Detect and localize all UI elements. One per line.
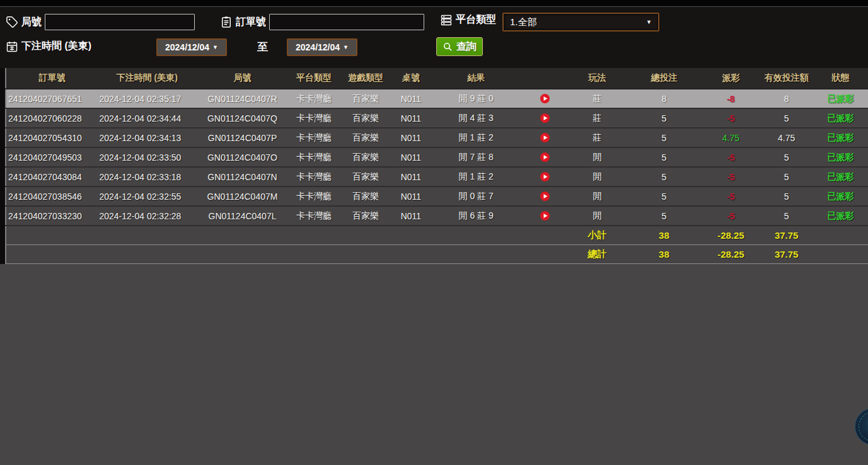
play-video-button[interactable] xyxy=(539,112,551,124)
cell-table-no: N011 xyxy=(392,147,430,167)
play-icon xyxy=(539,210,551,222)
platform-filter-group: 平台類型 xyxy=(439,13,496,26)
table-row[interactable]: 2412040270495032024-12-04 02:33:50GN0112… xyxy=(6,147,868,167)
col-header-round-no: 局號 xyxy=(196,68,288,89)
total-payout: -28.25 xyxy=(702,245,760,264)
chevron-down-icon: ▼ xyxy=(646,19,652,25)
table-row[interactable]: 2412040270430842024-12-04 02:33:18GN0112… xyxy=(6,167,868,187)
table-row[interactable]: 2412040270385462024-12-04 02:32:55GN0112… xyxy=(6,187,868,206)
play-video-button[interactable] xyxy=(539,132,551,144)
subtotal-total-bet: 38 xyxy=(627,226,702,245)
cell-video xyxy=(522,206,568,226)
table-row[interactable]: 2412040270676512024-12-04 02:35:17GN0112… xyxy=(6,89,868,108)
cell-order-no: 241204027067651 xyxy=(6,89,98,108)
clipboard-icon xyxy=(219,16,233,29)
date-to-picker[interactable]: 2024/12/04 ▼ xyxy=(287,38,357,56)
cell-result: 閒 9 莊 0 xyxy=(430,89,522,108)
col-header-total-bet: 總投注 xyxy=(627,68,702,89)
play-icon xyxy=(539,190,551,202)
cell-play: 閒 xyxy=(568,206,627,226)
cell-round-no: GN01124C0407P xyxy=(196,128,288,147)
table-row[interactable]: 2412040270543102024-12-04 02:34:13GN0112… xyxy=(6,128,868,147)
cell-game-type: 百家樂 xyxy=(339,108,391,128)
cell-table-no: N011 xyxy=(392,167,430,187)
cell-valid-bet: 4.75 xyxy=(760,128,813,147)
round-input[interactable] xyxy=(45,14,195,30)
server-icon xyxy=(439,13,453,26)
cell-payout: -5 xyxy=(702,147,760,167)
cell-round-no: GN01124C0407O xyxy=(196,147,288,167)
play-video-button[interactable] xyxy=(539,151,551,163)
search-button[interactable]: 查詢 xyxy=(436,37,483,56)
col-header-valid-bet: 有效投注額 xyxy=(760,68,813,89)
cell-result: 閒 4 莊 3 xyxy=(430,108,522,128)
orders-table-area: 訂單號 下注時間 (美東) 局號 平台類型 遊戲類型 桌號 結果 玩法 總投注 … xyxy=(0,68,868,465)
table-row[interactable]: 2412040270332302024-12-04 02:32:28GN0112… xyxy=(6,206,868,226)
cell-payout: -5 xyxy=(702,167,760,187)
date-from-value: 2024/12/04 xyxy=(165,42,209,52)
filter-panel: 局號 訂單號 平台類型 xyxy=(0,7,868,68)
bet-time-label: 下注時間 (美東) xyxy=(21,40,91,53)
cell-round-no: GN01124C0407M xyxy=(196,187,288,206)
cell-payout: -5 xyxy=(702,187,760,206)
cell-status: 已派彩 xyxy=(813,147,868,167)
cell-play: 閒 xyxy=(568,187,627,206)
cell-platform: 卡卡灣廳 xyxy=(289,147,340,167)
col-header-video xyxy=(522,68,568,89)
cell-table-no: N011 xyxy=(392,187,430,206)
table-header-row: 訂單號 下注時間 (美東) 局號 平台類型 遊戲類型 桌號 結果 玩法 總投注 … xyxy=(6,68,868,89)
cell-order-no: 241204027054310 xyxy=(6,128,98,147)
cell-game-type: 百家樂 xyxy=(339,147,391,167)
play-video-button[interactable] xyxy=(539,210,551,222)
cell-payout: 4.75 xyxy=(702,128,760,147)
col-header-play: 玩法 xyxy=(568,68,627,89)
table-row[interactable]: 2412040270602282024-12-04 02:34:44GN0112… xyxy=(6,108,868,128)
cell-game-type: 百家樂 xyxy=(339,206,391,226)
cell-status: 已派彩 xyxy=(813,206,868,226)
cell-table-no: N011 xyxy=(392,89,430,108)
cell-table-no: N011 xyxy=(392,108,430,128)
play-icon xyxy=(539,132,551,144)
cell-result: 閒 6 莊 9 xyxy=(430,206,522,226)
total-valid-bet: 37.75 xyxy=(760,245,813,264)
col-header-bet-time: 下注時間 (美東) xyxy=(98,68,196,89)
col-header-table-no: 桌號 xyxy=(392,68,430,89)
subtotal-payout: -28.25 xyxy=(702,226,760,245)
cell-video xyxy=(522,147,568,167)
platform-type-select[interactable]: 1.全部 ▼ xyxy=(502,13,659,32)
total-label: 總計 xyxy=(568,245,627,264)
cell-game-type: 百家樂 xyxy=(339,187,391,206)
cell-platform: 卡卡灣廳 xyxy=(289,167,340,187)
round-filter-group: 局號 xyxy=(5,14,195,30)
cell-order-no: 241204027038546 xyxy=(6,187,98,206)
cell-platform: 卡卡灣廳 xyxy=(289,128,340,147)
play-icon xyxy=(539,112,551,124)
cell-valid-bet: 5 xyxy=(760,147,813,167)
platform-selected-value: 1.全部 xyxy=(510,16,537,28)
date-from-picker[interactable]: 2024/12/04 ▼ xyxy=(156,38,227,56)
col-header-status: 狀態 xyxy=(813,68,868,89)
cell-payout: -5 xyxy=(702,108,760,128)
cell-play: 閒 xyxy=(568,147,627,167)
cell-bet-time: 2024-12-04 02:33:18 xyxy=(98,167,196,187)
platform-label: 平台類型 xyxy=(456,13,496,26)
cell-bet-time: 2024-12-04 02:32:55 xyxy=(98,187,196,206)
col-header-payout: 派彩 xyxy=(702,68,760,89)
play-video-button[interactable] xyxy=(539,171,551,183)
cell-platform: 卡卡灣廳 xyxy=(289,187,340,206)
order-input[interactable] xyxy=(269,14,424,30)
order-label: 訂單號 xyxy=(236,16,266,29)
play-video-button[interactable] xyxy=(539,93,551,105)
cell-game-type: 百家樂 xyxy=(339,167,391,187)
to-label: 至 xyxy=(257,40,268,54)
cell-total-bet: 5 xyxy=(627,128,702,147)
play-video-button[interactable] xyxy=(539,190,551,202)
cell-play: 閒 xyxy=(568,167,627,187)
search-icon xyxy=(443,42,453,52)
subtotal-status-spacer xyxy=(813,226,868,245)
cell-bet-time: 2024-12-04 02:34:13 xyxy=(98,128,196,147)
order-filter-group: 訂單號 xyxy=(219,14,424,30)
top-strip xyxy=(0,0,868,7)
cell-order-no: 241204027033230 xyxy=(6,206,98,226)
col-header-platform: 平台類型 xyxy=(289,68,340,89)
